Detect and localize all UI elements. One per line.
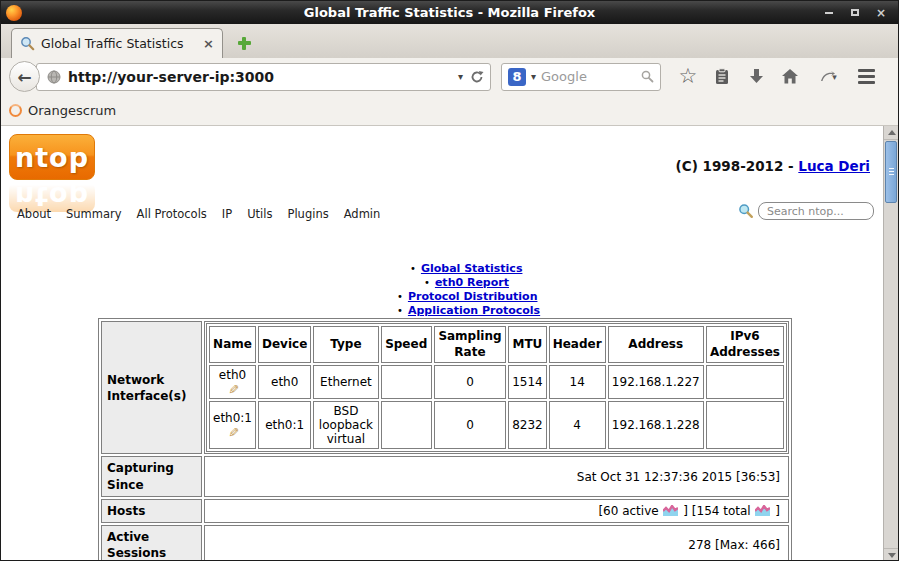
cell-sampling-rate: 0 [434,365,506,399]
bullet-icon: • [424,277,430,288]
home-button[interactable] [775,63,805,91]
chart-icon[interactable] [663,505,678,516]
vertical-scrollbar[interactable] [883,126,898,561]
table-row-hosts: Hosts [60 active ] [154 total ] [101,499,789,523]
col-type: Type [313,326,378,363]
row-label-network-interfaces: Network Interface(s) [101,321,202,454]
tab-strip: Global Traffic Statistics × [1,24,898,58]
thumb-grip-icon [889,168,894,177]
copyright-author-link[interactable]: Luca Deri [798,158,870,174]
cell-mtu: 1514 [508,365,547,399]
reload-icon[interactable] [470,70,484,84]
bookmarks-menu-button[interactable] [707,63,737,91]
arrow-up-icon [888,130,896,135]
menu-utils[interactable]: Utils [247,207,272,221]
bookmark-orangescrum[interactable]: Orangescrum [28,103,116,118]
globe-icon [47,70,61,84]
minimize-button[interactable] [822,6,836,20]
list-item: • Protocol Distribution [397,290,540,303]
list-item: • eth0 Report [424,276,540,289]
cell-speed [381,401,432,449]
url-bar[interactable]: ▾ [36,63,491,91]
scrollbar-thumb[interactable] [885,141,897,203]
cell-device: eth0 [258,365,311,399]
hamburger-icon [858,69,875,84]
tab-global-traffic-statistics[interactable]: Global Traffic Statistics × [11,28,223,58]
clipboard-icon [713,68,731,86]
url-input[interactable] [68,69,451,85]
scroll-down-button[interactable] [884,548,899,561]
menu-all-protocols[interactable]: All Protocols [137,207,207,221]
menu-about[interactable]: About [17,207,51,221]
hosts-end-text: ] [775,504,780,518]
table-header-row: Name Device Type Speed Sampling Rate MTU… [209,326,784,363]
star-icon: ☆ [679,66,698,87]
ntop-search [738,202,874,220]
orangescrum-favicon [9,104,22,117]
ntop-menu-bar: About Summary All Protocols IP Utils Plu… [17,207,380,221]
share-button[interactable]: ▾ [809,63,847,91]
edit-pencil-icon[interactable]: ✎ [225,413,239,452]
menu-summary[interactable]: Summary [66,207,122,221]
col-header: Header [549,326,606,363]
web-search-input[interactable] [541,69,636,84]
row-label-active-sessions: Active Sessions [101,525,202,561]
window-title: Global Traffic Statistics - Mozilla Fire… [1,5,898,20]
table-row-eth0-1: eth0:1 ✎ eth0:1 BSD loopback virtual 0 8… [209,401,784,449]
copyright-text: (C) 1998-2012 - Luca Deri [676,158,870,174]
menu-plugins[interactable]: Plugins [287,207,328,221]
toolbar-icons: ☆ [673,63,881,91]
link-application-protocols[interactable]: Application Protocols [408,304,540,317]
cell-speed [381,365,432,399]
cell-address: 192.168.1.228 [608,401,704,449]
bookmark-star-button[interactable]: ☆ [673,63,703,91]
col-sampling-rate: Sampling Rate [434,326,506,363]
cell-address: 192.168.1.227 [608,365,704,399]
global-statistics-table: Network Interface(s) Name Device Type Sp… [98,318,792,561]
cell-ipv6 [706,365,784,399]
interfaces-table: Name Device Type Speed Sampling Rate MTU… [206,323,787,452]
quick-links-list: • Global Statistics • eth0 Report • Prot… [397,262,540,318]
link-protocol-distribution[interactable]: Protocol Distribution [408,290,538,303]
plus-icon [238,37,251,50]
search-bar[interactable]: 8 ▾ [501,63,661,91]
cell-sampling-rate: 0 [434,401,506,449]
capturing-since-value: Sat Oct 31 12:37:36 2015 [36:53] [204,456,789,496]
menu-button[interactable] [851,63,881,91]
bullet-icon: • [397,305,403,316]
download-arrow-icon [748,68,765,85]
cell-header: 14 [549,365,606,399]
url-dropdown-chevron-icon[interactable]: ▾ [458,71,463,82]
menu-ip[interactable]: IP [222,207,232,221]
window-controls: × [822,6,898,20]
ntop-search-magnifier-icon [738,203,754,219]
tab-close-icon[interactable]: × [203,36,214,51]
new-tab-button[interactable] [229,31,259,55]
menu-admin[interactable]: Admin [344,207,381,221]
close-button[interactable]: × [874,6,888,20]
table-row-eth0: eth0 ✎ eth0 Ethernet 0 1514 14 192.168.1… [209,365,784,399]
scroll-up-button[interactable] [884,126,899,140]
copyright-prefix: (C) 1998-2012 - [676,158,799,174]
google-icon: 8 [508,68,526,86]
list-item: • Global Statistics [410,262,540,275]
cell-type: Ethernet [313,365,378,399]
cell-ipv6 [706,401,784,449]
col-mtu: MTU [508,326,547,363]
link-global-statistics[interactable]: Global Statistics [421,262,523,275]
back-button[interactable]: ← [9,61,40,92]
search-magnifier-icon[interactable] [641,70,654,83]
cell-mtu: 8232 [508,401,547,449]
hosts-value: [60 active ] [154 total ] [204,499,789,523]
downloads-button[interactable] [741,63,771,91]
search-engine-chevron-icon[interactable]: ▾ [531,71,536,82]
maximize-button[interactable] [848,6,862,20]
table-row: Network Interface(s) Name Device Type Sp… [101,321,789,454]
link-eth0-report[interactable]: eth0 Report [435,276,509,289]
edit-pencil-icon[interactable]: ✎ [225,370,239,409]
ntop-search-input[interactable] [758,202,874,220]
cell-header: 4 [549,401,606,449]
bullet-icon: • [397,291,403,302]
share-chevron-icon: ▾ [832,72,837,82]
chart-icon[interactable] [755,505,770,516]
